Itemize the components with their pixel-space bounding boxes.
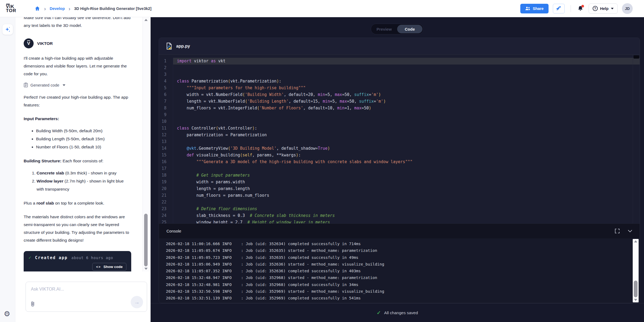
scroll-up-arrow-icon[interactable]	[144, 19, 148, 21]
console-log-line: 2026-02-18 15:32:48.947 INFO : Job (uid:…	[166, 274, 640, 281]
code-line: 22	[159, 199, 640, 206]
code-line: 4class Parametrization(vkt.Parametrizati…	[159, 78, 640, 85]
navbar-divider	[571, 5, 571, 12]
line-number: 18	[159, 172, 173, 179]
line-number: 25	[159, 219, 173, 223]
file-header: app.py	[159, 38, 640, 55]
home-icon[interactable]	[34, 6, 40, 12]
line-number: 21	[159, 192, 173, 199]
line-number: 23	[159, 206, 173, 212]
tab-code[interactable]: Code	[397, 25, 422, 33]
line-number: 24	[159, 212, 173, 219]
viktor-logo[interactable]: VIK TOR	[6, 5, 19, 13]
parameter-list-item: Building Length (5-50m, default 15m)	[36, 135, 131, 143]
code-line: 9	[159, 112, 640, 118]
viktor-avatar-bar	[27, 40, 30, 41]
code-line: 19 width = params.width	[159, 179, 640, 185]
fullscreen-icon[interactable]	[615, 228, 620, 234]
console-log-area[interactable]: 2026-02-18 11:00:16.666 INFO : Job (uid:…	[159, 238, 640, 303]
show-code-label: Show code	[104, 265, 123, 269]
user-message: Make sure that I can visually see the di…	[24, 17, 131, 29]
collapse-chevron-icon[interactable]	[628, 230, 632, 232]
parameter-list-item: Building Width (5-50m, default 20m)	[36, 127, 131, 135]
floor-structure-item: Concrete slab (0.3m thick) - shown in gr…	[37, 169, 131, 177]
python-file-icon	[165, 42, 173, 50]
tab-preview[interactable]: Preview	[371, 27, 397, 31]
code-line: 20 length = params.length	[159, 185, 640, 192]
roof-lead: roof slab	[36, 201, 54, 205]
chat-input-box[interactable]: Ask VIKTOR.AI... →	[26, 282, 147, 312]
code-line: 12 parametrization = Parametrization	[159, 132, 640, 138]
help-button[interactable]: ? Help	[589, 3, 618, 14]
console-title: Console	[166, 229, 181, 233]
code-line: 1import viktor as vkt	[159, 58, 640, 65]
share-button[interactable]: Share	[520, 4, 548, 13]
code-line: 25 window_height = 2.7 # Height of windo…	[159, 219, 640, 223]
editor-scrollbar[interactable]	[633, 55, 640, 223]
generated-code-toggle[interactable]: Generated code	[24, 83, 131, 87]
console-header: Console	[159, 223, 640, 238]
code-line: 17	[159, 165, 640, 172]
top-navbar: VIK TOR › Develop › 3D High-Rise Buildin…	[0, 0, 644, 17]
save-status-text: All changes saved	[384, 310, 418, 315]
parameter-list-item: Number of Floors (1-50, default 10)	[36, 143, 131, 151]
input-parameters-list: Building Width (5-50m, default 20m)Build…	[24, 127, 131, 151]
scroll-down-arrow-icon[interactable]	[144, 268, 148, 270]
console-log-line: 2026-02-18 11:00:16.666 INFO : Job (uid:…	[166, 241, 640, 247]
line-number: 12	[159, 132, 173, 138]
generated-code-label: Generated code	[30, 83, 59, 87]
console-log-line: 2026-02-18 11:05:05.674 INFO : Job (uid:…	[166, 247, 640, 254]
line-number: 9	[159, 112, 173, 118]
building-structure-lead: Building Structure:	[24, 159, 61, 163]
scroll-down-arrow-icon[interactable]	[634, 299, 637, 301]
code-line: 11class Controller(vkt.Controller):	[159, 125, 640, 132]
console-log-line: 2026-02-18 11:05:06.949 INFO : Job (uid:…	[166, 261, 640, 268]
line-number: 10	[159, 118, 173, 125]
breadcrumb-chevron-icon: ›	[44, 6, 46, 11]
code-line: 6 width = vkt.NumberField('Building Widt…	[159, 91, 640, 98]
clipboard-icon	[24, 83, 28, 87]
help-button-label: Help	[600, 6, 609, 11]
publish-rocket-button[interactable]	[553, 4, 565, 13]
code-lines: 1import viktor as vkt234class Parametriz…	[159, 58, 640, 223]
line-number: 6	[159, 91, 173, 98]
console-scrollbar[interactable]	[633, 239, 639, 302]
console-log-line: 2026-02-18 11:05:07.352 INFO : Job (uid:…	[166, 268, 640, 274]
code-line: 13	[159, 138, 640, 145]
file-name: app.py	[176, 44, 190, 49]
line-number: 3	[159, 71, 173, 78]
viktor-avatar: V	[24, 38, 34, 48]
user-avatar[interactable]: JD	[622, 3, 633, 14]
line-number: 13	[159, 138, 173, 145]
editor-scrollbar-thumb[interactable]	[634, 55, 639, 59]
ai-assistant-button[interactable]	[2, 24, 13, 35]
chat-scroll-area: Make sure that I can visually see the di…	[15, 17, 143, 271]
send-button[interactable]: →	[131, 296, 143, 308]
chat-scrollbar-thumb[interactable]	[144, 214, 148, 266]
workspace-main: Preview Code app.py 1import viktor as vk…	[151, 17, 644, 322]
roof-rest: on top for a complete look.	[54, 201, 104, 205]
floor-structure-item: Window layer (2.7m high) - shown in ligh…	[37, 177, 131, 193]
line-number: 17	[159, 165, 173, 172]
code-editor[interactable]: 1import viktor as vkt234class Parametriz…	[159, 55, 640, 223]
code-line: 8 num_floors = vkt.IntegerField('Number …	[159, 105, 640, 112]
line-number: 8	[159, 105, 173, 112]
code-line: 5 """Input parameters for the high-rise …	[159, 85, 640, 91]
code-line: 7 length = vkt.NumberField('Building Len…	[159, 98, 640, 105]
line-number: 20	[159, 185, 173, 192]
chat-scrollbar[interactable]	[143, 17, 149, 271]
breadcrumb-chevron-icon: ›	[69, 6, 70, 11]
chat-panel: Make sure that I can visually see the di…	[15, 17, 151, 322]
code-line: 3	[159, 71, 640, 78]
notifications-button[interactable]	[577, 5, 584, 12]
settings-gear-icon[interactable]: ⚙	[4, 310, 10, 318]
console-scrollbar-thumb[interactable]	[634, 281, 638, 297]
scroll-up-arrow-icon[interactable]	[634, 240, 637, 242]
building-structure-rest: Each floor consists of:	[61, 159, 103, 163]
code-line: 2	[159, 65, 640, 71]
chevron-down-icon	[611, 8, 614, 9]
show-code-button[interactable]: <> Show code	[92, 263, 126, 271]
navbar-actions: Share ? Help JD	[520, 3, 633, 14]
paperclip-icon[interactable]	[30, 301, 35, 307]
breadcrumb-develop-link[interactable]: Develop	[50, 6, 65, 11]
